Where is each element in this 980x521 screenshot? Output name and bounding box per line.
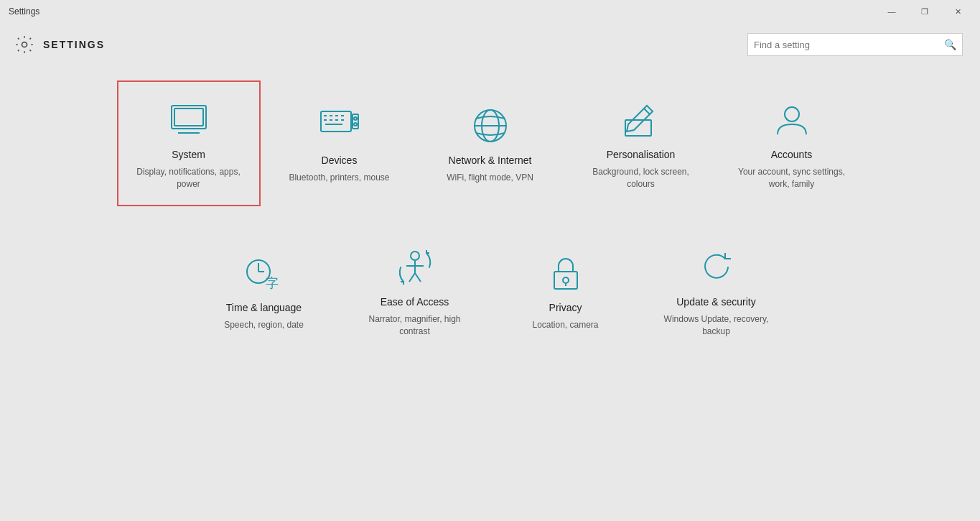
tile-accounts-title: Accounts xyxy=(771,149,813,160)
tile-row-1: System Display, notifications, apps, pow… xyxy=(115,80,865,206)
header: SETTINGS 🔍 xyxy=(0,23,980,66)
tile-personalisation-title: Personalisation xyxy=(607,149,676,160)
accounts-icon xyxy=(769,97,815,143)
tile-row-2: 字 Time & language Speech, region, date xyxy=(115,228,865,354)
ease-of-access-icon xyxy=(392,244,438,290)
svg-point-28 xyxy=(411,252,419,260)
personalisation-icon xyxy=(618,97,664,143)
tile-network-title: Network & Internet xyxy=(449,155,532,166)
privacy-icon xyxy=(543,250,589,296)
tile-network-subtitle: WiFi, flight mode, VPN xyxy=(447,172,533,184)
tile-personalisation[interactable]: Personalisation Background, lock screen,… xyxy=(569,80,713,206)
search-input[interactable] xyxy=(754,40,941,50)
tile-ease-of-access-title: Ease of Access xyxy=(381,296,449,308)
tile-update-security-title: Update & security xyxy=(676,296,756,308)
tile-privacy[interactable]: Privacy Location, camera xyxy=(494,228,638,354)
svg-point-30 xyxy=(563,277,569,283)
search-icon: 🔍 xyxy=(944,39,956,50)
svg-rect-29 xyxy=(554,272,577,289)
tile-personalisation-subtitle: Background, lock screen, colours xyxy=(581,166,701,190)
title-bar-left: Settings xyxy=(9,6,39,17)
network-icon xyxy=(467,103,513,149)
tile-devices[interactable]: Devices Bluetooth, printers, mouse xyxy=(268,80,411,206)
svg-line-22 xyxy=(644,109,650,114)
minimize-button[interactable]: — xyxy=(875,0,908,23)
svg-point-16 xyxy=(354,117,357,120)
tile-system[interactable]: System Display, notifications, apps, pow… xyxy=(117,80,261,206)
system-icon xyxy=(166,97,212,143)
header-title: SETTINGS xyxy=(43,39,105,50)
maximize-button[interactable]: ❐ xyxy=(908,0,941,23)
update-security-icon xyxy=(694,244,739,290)
tile-devices-title: Devices xyxy=(322,155,358,166)
title-bar: Settings — ❐ ✕ xyxy=(0,0,980,23)
tile-privacy-title: Privacy xyxy=(549,302,582,313)
tile-ease-of-access-subtitle: Narrator, magnifier, high contrast xyxy=(355,313,475,338)
svg-text:字: 字 xyxy=(266,276,279,290)
svg-point-0 xyxy=(22,42,27,47)
tile-update-security[interactable]: Update & security Windows Update, recove… xyxy=(645,228,788,354)
tile-time-language-subtitle: Speech, region, date xyxy=(224,319,304,331)
close-button[interactable]: ✕ xyxy=(941,0,974,23)
tile-ease-of-access[interactable]: Ease of Access Narrator, magnifier, high… xyxy=(343,228,487,354)
svg-point-23 xyxy=(785,107,799,121)
tile-privacy-subtitle: Location, camera xyxy=(532,319,598,331)
main-content: System Display, notifications, apps, pow… xyxy=(0,66,980,368)
time-language-icon: 字 xyxy=(241,250,287,296)
tile-accounts[interactable]: Accounts Your account, sync settings, wo… xyxy=(720,80,864,206)
title-bar-controls: — ❐ ✕ xyxy=(875,0,974,23)
tile-time-language[interactable]: 字 Time & language Speech, region, date xyxy=(192,228,336,354)
search-box[interactable]: 🔍 xyxy=(747,33,963,56)
tile-time-language-title: Time & language xyxy=(226,302,302,313)
svg-rect-5 xyxy=(321,111,351,132)
tile-update-security-subtitle: Windows Update, recovery, backup xyxy=(656,313,777,338)
svg-rect-4 xyxy=(174,109,203,126)
tile-accounts-subtitle: Your account, sync settings, work, famil… xyxy=(732,166,852,190)
tile-system-subtitle: Display, notifications, apps, power xyxy=(130,166,248,190)
tile-system-title: System xyxy=(172,149,205,160)
svg-point-17 xyxy=(354,123,357,126)
tile-network[interactable]: Network & Internet WiFi, flight mode, VP… xyxy=(419,80,562,206)
gear-icon xyxy=(14,34,34,55)
title-bar-text: Settings xyxy=(9,6,39,17)
tile-devices-subtitle: Bluetooth, printers, mouse xyxy=(289,172,389,184)
header-left: SETTINGS xyxy=(14,34,105,55)
devices-icon xyxy=(317,103,363,149)
